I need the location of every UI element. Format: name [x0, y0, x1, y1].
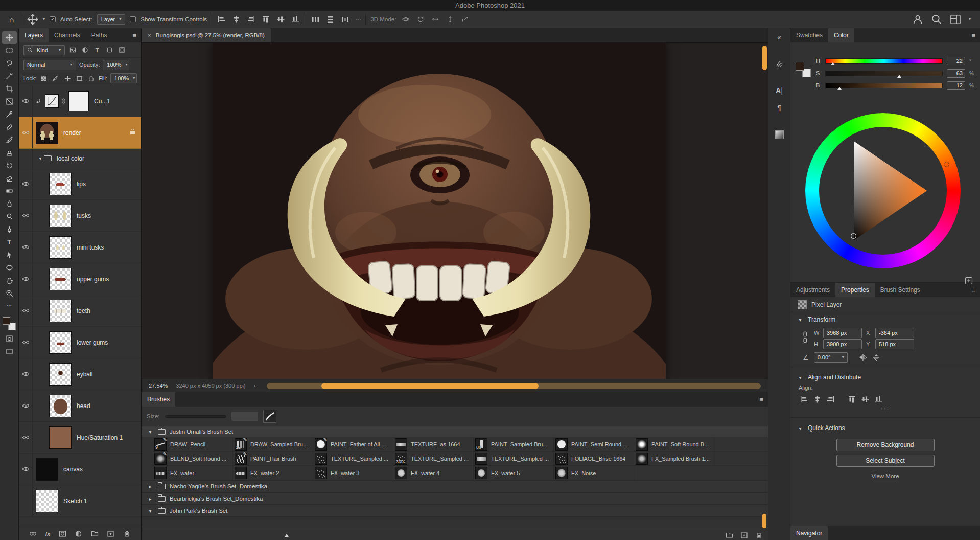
add-mask-icon[interactable] [59, 530, 66, 537]
slider-thumb[interactable] [837, 87, 842, 90]
layer-row-head[interactable]: head [19, 390, 141, 422]
layer-thumbnail[interactable] [49, 363, 72, 386]
layer-row-canvas[interactable]: canvas [19, 454, 141, 485]
visibility-toggle[interactable] [19, 263, 33, 295]
tool-gradient[interactable] [2, 185, 17, 197]
document-canvas[interactable] [213, 43, 666, 379]
blend-mode-dropdown[interactable]: Normal ▾ [23, 60, 76, 70]
group-expand-icon[interactable]: ▾ [37, 155, 44, 161]
filter-pixel-layers-icon[interactable] [68, 46, 77, 54]
filter-adjustment-layers-icon[interactable] [80, 46, 89, 54]
layer-group-local-color[interactable]: ▾ local color [19, 149, 141, 168]
lock-artboard-icon[interactable] [75, 74, 84, 82]
align-middle-vertical-icon[interactable] [276, 14, 286, 25]
show-transform-checkbox[interactable] [130, 16, 136, 22]
layer-thumbnail[interactable] [49, 173, 72, 195]
layer-name[interactable]: lower gums [77, 339, 108, 346]
hue-slider[interactable] [825, 58, 943, 64]
tool-eraser[interactable] [2, 172, 17, 185]
layer-row-lower-gums[interactable]: lower gums [19, 327, 141, 358]
panel-menu-icon[interactable]: ≡ [755, 392, 768, 407]
3d-slide-icon[interactable] [445, 14, 455, 25]
3d-roll-icon[interactable] [415, 14, 426, 25]
visibility-toggle[interactable] [19, 232, 33, 263]
tool-zoom[interactable] [2, 287, 17, 300]
3d-scale-icon[interactable] [460, 14, 470, 25]
layer-thumbnail[interactable] [49, 331, 72, 354]
tool-eyedropper[interactable] [2, 108, 17, 121]
tool-rectangular-marquee[interactable] [2, 44, 17, 57]
layer-thumbnail[interactable] [49, 300, 72, 322]
layer-thumbnail[interactable] [49, 205, 72, 227]
tool-blur[interactable] [2, 197, 17, 210]
brush-item[interactable]: 9✎DRAW_Pencil [153, 437, 233, 452]
height-field[interactable]: 3900 px [823, 339, 862, 349]
more-options-icon[interactable]: ··· [355, 16, 361, 22]
kind-filter-dropdown[interactable]: Kind ▾ [23, 45, 65, 55]
layer-thumbnail[interactable] [49, 395, 72, 417]
visibility-toggle[interactable] [19, 168, 33, 199]
flip-vertical-icon[interactable] [872, 354, 880, 361]
delete-brush-icon[interactable] [755, 532, 763, 539]
rotation-field[interactable]: 0.00° ▾ [814, 352, 848, 363]
layer-name[interactable]: eyball [77, 371, 92, 378]
flip-horizontal-icon[interactable] [859, 354, 867, 361]
foreground-background-colors[interactable] [3, 317, 16, 330]
distribute-vertical-icon[interactable] [325, 14, 336, 25]
layer-name[interactable]: Sketch 1 [63, 498, 87, 505]
brush-size-value-box[interactable] [231, 412, 258, 421]
canvas-area[interactable] [142, 43, 768, 379]
layer-row-eyball[interactable]: eyball [19, 358, 141, 390]
layer-row-upper-gums[interactable]: upper gums [19, 263, 141, 295]
brush-item[interactable]: 12✎DRAW_Sampled Bru... [233, 437, 313, 452]
visibility-toggle[interactable] [19, 422, 33, 453]
new-group-icon[interactable] [91, 530, 99, 537]
panel-menu-icon[interactable]: ≡ [128, 28, 141, 42]
lock-all-icon[interactable] [87, 74, 96, 82]
status-expand-icon[interactable]: › [254, 382, 256, 389]
preset-chevron-icon[interactable]: ▾ [43, 17, 45, 21]
quick-mask-mode-icon[interactable] [2, 332, 17, 345]
panel-menu-icon[interactable]: ≡ [967, 28, 980, 42]
brush-size-slider[interactable] [165, 415, 226, 418]
tab-brush-settings[interactable]: Brush Settings [875, 283, 926, 297]
layer-name[interactable]: mini tusks [77, 244, 104, 251]
brush-group-nacho-yague[interactable]: ▸ Nacho Yagüe's Brush Set_Domestika [142, 480, 768, 492]
view-more-link[interactable]: View More [790, 473, 980, 479]
align-middle-vertical-icon[interactable] [860, 394, 870, 404]
align-top-icon[interactable] [847, 394, 857, 404]
fill-field[interactable]: 100% ▾ [110, 73, 137, 83]
layer-name[interactable]: lips [77, 181, 86, 188]
triangle-marker[interactable] [851, 233, 856, 239]
layer-name[interactable]: canvas [63, 466, 83, 473]
edit-toolbar-icon[interactable]: ··· [2, 300, 17, 312]
align-right-icon[interactable] [825, 394, 835, 404]
tab-channels[interactable]: Channels [49, 28, 86, 42]
brightness-slider[interactable] [825, 83, 943, 88]
brush-item[interactable]: 300TEXTURE_Sampled ... [393, 452, 474, 466]
new-brush-icon[interactable] [740, 532, 748, 539]
tool-type[interactable]: T [2, 236, 17, 249]
align-left-icon[interactable] [217, 14, 227, 25]
tool-object-selection[interactable] [2, 70, 17, 82]
expand-panels-icon[interactable]: « [772, 30, 786, 44]
align-more-icon[interactable]: ··· [790, 405, 980, 414]
brush-item[interactable]: ✎PAINT_Father of All ... [313, 437, 393, 452]
distribute-spacing-icon[interactable] [340, 14, 351, 25]
brush-item[interactable]: TEXTURE_Sampled ... [313, 452, 393, 466]
panel-menu-icon[interactable]: ≡ [967, 283, 980, 297]
tool-spot-healing[interactable] [2, 121, 17, 133]
layer-name[interactable]: Hue/Saturation 1 [77, 434, 123, 441]
foreground-color-swatch[interactable] [3, 317, 10, 325]
visibility-toggle[interactable] [19, 454, 33, 485]
brush-item[interactable]: FX_water 5 [474, 466, 554, 480]
visibility-toggle[interactable] [19, 85, 33, 117]
filter-shape-layers-icon[interactable] [105, 46, 114, 54]
close-icon[interactable]: × [148, 32, 151, 38]
group-expand-icon[interactable]: ▸ [147, 496, 154, 502]
select-subject-button[interactable]: Select Subject [836, 455, 935, 467]
color-wheel[interactable] [805, 113, 961, 268]
x-field[interactable]: -364 px [875, 328, 914, 338]
tab-paths[interactable]: Paths [86, 28, 113, 42]
remove-background-button[interactable]: Remove Background [836, 439, 935, 451]
